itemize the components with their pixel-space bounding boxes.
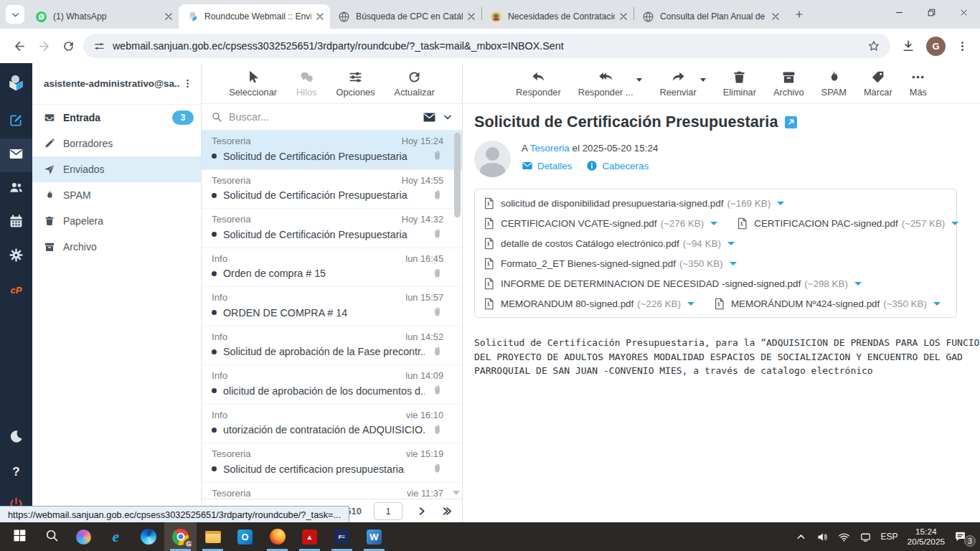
taskbar-search-icon[interactable] (35, 522, 67, 551)
rail-item-mail[interactable] (0, 138, 32, 172)
taskbar-copilot-icon[interactable] (67, 522, 100, 551)
browser-tab[interactable]: Consulta del Plan Anual de C (634, 4, 786, 29)
attachment-menu-caret-icon[interactable] (951, 222, 958, 225)
mail-toolbar-responder-button[interactable]: Responder ... (578, 70, 633, 98)
mail-toolbar-archivo-button[interactable]: Archivo (773, 70, 804, 98)
message-row[interactable]: Infolun 14:09olicitud de aprobación de l… (202, 365, 462, 405)
list-toolbar-actualizar-button[interactable]: Actualizar (395, 70, 435, 98)
downloads-icon[interactable] (896, 34, 920, 58)
mail-toolbar-marcar-button[interactable]: Marcar (864, 70, 892, 98)
sidebar-item-archivo[interactable]: Archivo (32, 234, 201, 260)
mail-toolbar-reenviar-button[interactable]: Reenviar (659, 70, 696, 98)
message-row[interactable]: Infolun 14:52Solicitud de aprobación de … (202, 326, 462, 366)
browser-tab[interactable]: (1) WhatsApp (27, 4, 179, 29)
attachment-item[interactable]: INFORME DE DETERMINACION DE NECESIDAD -s… (484, 278, 862, 290)
message-row[interactable]: Tesoreriavie 11:37 (202, 483, 462, 499)
message-row[interactable]: Infolun 16:45Orden de compra # 15 (202, 248, 462, 288)
message-row[interactable]: Tesoreriavie 15:19Solicitud de certifica… (202, 443, 462, 483)
message-row[interactable]: Infolun 15:57ORDEN DE COMPRA # 14 (202, 287, 462, 326)
search-bar[interactable]: Buscar... (202, 104, 462, 131)
attachment-menu-caret-icon[interactable] (777, 202, 784, 205)
page-number-input[interactable]: 1 (374, 502, 402, 520)
browser-profile-avatar[interactable]: G (926, 37, 946, 56)
message-row[interactable]: TesoreriaHoy 14:32Solicitud de Certifica… (202, 209, 462, 248)
attachment-menu-caret-icon[interactable] (933, 302, 941, 306)
list-toolbar-seleccionar-button[interactable]: Seleccionar (229, 70, 277, 98)
site-security-icon[interactable] (93, 40, 105, 52)
tab-close-icon[interactable] (163, 11, 174, 22)
taskbar-outlook-icon[interactable]: O (229, 522, 261, 551)
attachment-item[interactable]: CERTIFICACION VCATE-signed.pdf(~276 KB) (484, 217, 717, 230)
volume-icon[interactable] (816, 531, 829, 543)
account-kebab-icon[interactable] (179, 76, 195, 92)
back-icon[interactable] (7, 34, 32, 58)
details-link[interactable]: Detalles (522, 160, 572, 171)
search-options-chevron-icon[interactable] (443, 112, 453, 122)
tab-close-icon[interactable] (618, 11, 629, 22)
rail-item-compose[interactable] (0, 105, 32, 138)
rail-item-calendar[interactable] (0, 206, 32, 240)
message-row[interactable]: TesoreriaHoy 14:55Solicitud de Certifica… (202, 170, 462, 209)
attachment-menu-caret-icon[interactable] (710, 222, 717, 225)
attachment-menu-caret-icon[interactable] (730, 262, 737, 265)
display-cast-icon[interactable] (859, 531, 872, 543)
attachment-item[interactable]: MEMORÁNDUM Nº424-signed.pdf(~350 KB) (714, 298, 941, 310)
forward-icon[interactable] (32, 34, 56, 58)
tab-search-chevron-icon[interactable] (6, 5, 24, 24)
help-icon[interactable]: ? (0, 455, 32, 489)
taskbar-internet-explorer-icon[interactable]: e (100, 522, 132, 551)
action-center-icon[interactable]: 3 (954, 529, 970, 544)
dropdown-caret-icon[interactable] (636, 78, 642, 82)
browser-tab[interactable]: Roundcube Webmail :: Envia (179, 4, 330, 29)
search-input[interactable]: Buscar... (229, 111, 416, 123)
taskbar-fec-app-icon[interactable]: F≡ (326, 522, 358, 551)
taskbar-start-icon[interactable] (3, 522, 35, 551)
tab-close-icon[interactable] (770, 11, 781, 22)
browser-tab[interactable]: Necesidades de Contratació (482, 4, 633, 29)
taskbar-firefox-icon[interactable] (261, 522, 293, 551)
attachment-item[interactable]: detalle de costos Catálogo electrónico.p… (484, 237, 735, 250)
language-indicator[interactable]: ESP (881, 532, 898, 542)
bookmark-star-icon[interactable] (867, 39, 880, 52)
mail-toolbar-spam-button[interactable]: SPAM (821, 70, 847, 98)
rail-item-settings[interactable] (0, 240, 32, 273)
last-page-icon[interactable] (440, 504, 453, 517)
taskbar-edge-icon[interactable] (132, 522, 164, 551)
attachment-menu-caret-icon[interactable] (854, 282, 862, 286)
taskbar-chrome-icon[interactable]: G (164, 522, 197, 551)
sidebar-item-enviados[interactable]: Enviados (32, 156, 201, 182)
tray-chevron-up-icon[interactable] (795, 531, 807, 543)
rail-item-dark-mode[interactable] (0, 421, 32, 455)
recipient-link[interactable]: Tesoreria (530, 143, 570, 154)
sidebar-item-spam[interactable]: SPAM (32, 182, 201, 208)
minimize-button[interactable] (883, 0, 915, 24)
tab-close-icon[interactable] (314, 11, 326, 22)
attachment-item[interactable]: MEMORANDUM 80-signed.pdf(~226 KB) (484, 298, 694, 310)
list-scrollbar[interactable] (454, 133, 461, 217)
restore-button[interactable] (915, 0, 948, 24)
sidebar-item-borradores[interactable]: Borradores (32, 131, 201, 156)
sidebar-item-papelera[interactable]: Papelera (32, 208, 201, 234)
attachment-menu-caret-icon[interactable] (727, 242, 735, 245)
url-field[interactable]: webmail.sanjuan.gob.ec/cpsess3032525651/… (83, 34, 890, 58)
browser-menu-kebab-icon[interactable] (951, 35, 973, 57)
next-page-icon[interactable] (415, 504, 428, 517)
message-row[interactable]: TesoreriaHoy 15:24Solicitud de Certifica… (202, 131, 462, 170)
mail-toolbar-ms-button[interactable]: Más (910, 70, 927, 98)
mail-toolbar-responder-button[interactable]: Responder (516, 70, 561, 98)
cpanel-icon[interactable]: cP (0, 273, 32, 307)
browser-tab[interactable]: Búsqueda de CPC en Catálo (330, 4, 481, 29)
message-row[interactable]: Infovie 16:10utorización de contratación… (202, 405, 462, 444)
tab-close-icon[interactable] (466, 11, 477, 22)
headers-link[interactable]: Cabeceras (586, 160, 649, 171)
taskbar-file-explorer-icon[interactable] (197, 522, 229, 551)
rail-item-contacts[interactable] (0, 172, 32, 206)
close-window-button[interactable] (948, 0, 980, 24)
taskbar-acrobat-icon[interactable]: ▲ (293, 522, 326, 551)
wifi-icon[interactable] (838, 531, 850, 543)
attachment-item[interactable]: solicitud de disponibilidad presupuestar… (484, 197, 784, 209)
attachment-item[interactable]: CERTIFICACION PAC-signed.pdf(~257 KB) (737, 217, 958, 230)
search-scope-envelope-icon[interactable] (423, 110, 436, 124)
mail-toolbar-eliminar-button[interactable]: Eliminar (723, 70, 756, 98)
sidebar-item-entrada[interactable]: Entrada3 (32, 105, 201, 131)
